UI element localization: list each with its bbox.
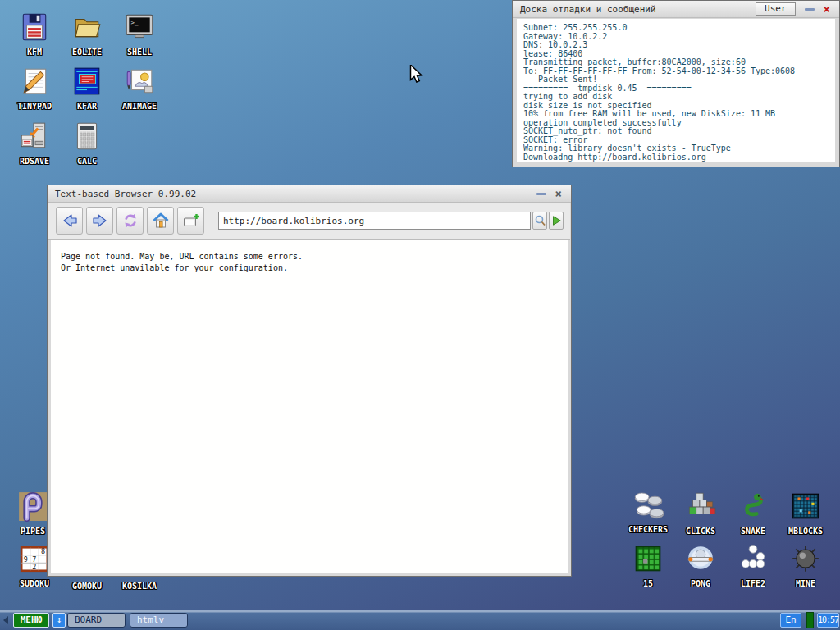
- desktop-icon-mblocks[interactable]: MBLOCKS: [779, 491, 832, 537]
- desktop-icon-gomoku[interactable]: GOMOKU: [61, 577, 113, 592]
- icon-label: PIPES: [21, 527, 45, 536]
- desktop-icon-snake[interactable]: SNAKE: [727, 491, 779, 537]
- icon-label: SUDOKU: [20, 579, 49, 588]
- desktop-icon-15[interactable]: 15: [622, 543, 674, 590]
- icon-label: SNAKE: [741, 527, 765, 536]
- desktop-icon-checkers[interactable]: CHECKERS: [622, 491, 674, 536]
- snake-icon: [737, 491, 769, 522]
- sudoku-grid-icon: 8 9 7 2: [19, 543, 50, 574]
- desktop-icon-mine[interactable]: MINE: [779, 543, 832, 590]
- minimize-button[interactable]: [805, 8, 815, 11]
- icon-label: 15: [643, 579, 653, 588]
- icon-label: KOSILKA: [122, 582, 157, 591]
- pong-icon: [685, 543, 716, 574]
- debug-board-window: Доска отладки и сообщений User × Subnet:…: [512, 0, 840, 167]
- desktop-icon-kfm[interactable]: KFM: [8, 11, 61, 58]
- blocks-icon: [685, 491, 716, 522]
- icon-label: ANIMAGE: [122, 102, 157, 111]
- menu-button[interactable]: МЕНЮ: [13, 613, 49, 628]
- page-message: Page not found. May be, URL contains som…: [51, 240, 568, 274]
- browser-window: Text-based Browser 0.99.02 ×: [47, 185, 572, 577]
- browser-window-controls: ×: [536, 189, 564, 199]
- taskbar-collapse-arrow-icon[interactable]: [3, 616, 8, 624]
- desktop-icon-pong[interactable]: PONG: [674, 543, 727, 590]
- refresh-icon: [121, 212, 139, 230]
- desktop-icon-tinypad[interactable]: TINYPAD: [8, 66, 61, 112]
- icon-label: CHECKERS: [628, 525, 668, 534]
- desktop-icon-kosilka[interactable]: KOSILKA: [113, 577, 166, 592]
- browser-window-titlebar[interactable]: Text-based Browser 0.99.02 ×: [48, 185, 571, 203]
- new-page-button[interactable]: [177, 207, 204, 235]
- close-button[interactable]: ×: [824, 4, 830, 14]
- mine-icon: [790, 543, 821, 574]
- icon-label: KFM: [27, 48, 42, 57]
- task-button-htmlv[interactable]: htmlv: [130, 613, 188, 628]
- forward-button[interactable]: [86, 207, 113, 235]
- url-input[interactable]: [218, 212, 531, 230]
- home-button[interactable]: [147, 207, 174, 235]
- paint-image-icon: [124, 66, 155, 97]
- cursor-arrow-icon: [409, 65, 424, 84]
- close-button[interactable]: ×: [555, 189, 562, 199]
- debug-window-titlebar[interactable]: Доска отладки и сообщений User ×: [513, 1, 839, 18]
- clock[interactable]: 10:57: [817, 613, 839, 628]
- browser-page-area: Page not found. May be, URL contains som…: [51, 240, 568, 573]
- fifteen-puzzle-icon: [632, 543, 664, 574]
- debug-window-controls: User ×: [756, 2, 832, 16]
- desktop-icon-calc[interactable]: CALC: [61, 121, 113, 167]
- icon-label: GOMOKU: [72, 582, 102, 591]
- folder-icon: [71, 11, 103, 43]
- svg-text:9: 9: [24, 555, 28, 564]
- icon-label: KFAR: [77, 102, 97, 111]
- back-button[interactable]: [56, 207, 83, 235]
- desktop-icon-eolite[interactable]: EOLITE: [61, 11, 113, 58]
- back-arrow-icon: [61, 212, 79, 230]
- life-glider-icon: [737, 543, 769, 574]
- debug-log-text: Subnet: 255.255.255.0 Gateway: 10.0.2.2 …: [517, 19, 835, 162]
- desktop-icon-kfar[interactable]: KFAR: [61, 66, 113, 112]
- mouse-cursor: [409, 65, 424, 88]
- browser-toolbar: [48, 203, 570, 240]
- forward-arrow-icon: [91, 212, 109, 230]
- icon-label: LIFE2: [741, 579, 765, 588]
- icon-label: CALC: [77, 157, 97, 166]
- desktop-icon-shell[interactable]: >_ SHELL: [113, 11, 166, 58]
- desktop-icon-animage[interactable]: ANIMAGE: [113, 66, 166, 112]
- go-button[interactable]: [549, 212, 564, 230]
- refresh-button[interactable]: [116, 207, 144, 235]
- pipes-icon: [17, 491, 48, 522]
- search-icon: [534, 214, 546, 227]
- debug-window-title: Доска отладки и сообщений: [520, 4, 656, 15]
- new-page-icon: [182, 212, 200, 230]
- svg-text:8: 8: [41, 547, 45, 555]
- go-arrow-icon: [550, 214, 562, 227]
- desktop-icon-life2[interactable]: LIFE2: [727, 543, 779, 590]
- cpu-load-indicator[interactable]: [806, 612, 814, 628]
- terminal-icon: >_: [124, 11, 155, 43]
- minimize-button[interactable]: [536, 193, 546, 195]
- checkers-icon: [631, 491, 665, 520]
- icon-label: RDSAVE: [20, 157, 49, 166]
- browser-window-title: Text-based Browser 0.99.02: [55, 189, 196, 199]
- icon-label: EOLITE: [72, 48, 102, 57]
- mblocks-icon: [790, 491, 821, 522]
- icon-label: MBLOCKS: [788, 527, 823, 536]
- debug-log-area: Subnet: 255.255.255.0 Gateway: 10.0.2.2 …: [517, 19, 835, 162]
- file-manager-icon: [71, 66, 103, 97]
- home-icon: [152, 212, 170, 230]
- floppy-icon: [19, 11, 50, 43]
- window-list-button[interactable]: ↕: [52, 613, 66, 628]
- icon-label: PONG: [691, 579, 710, 588]
- desktop: KFM EOLITE >_ SHELL TINYPAD: [0, 0, 840, 630]
- language-indicator[interactable]: En: [780, 613, 801, 628]
- task-button-board[interactable]: BOARD: [67, 613, 126, 628]
- calculator-icon: [71, 121, 103, 152]
- icon-label: SHELL: [127, 48, 152, 57]
- save-ramdisk-icon: [19, 121, 50, 152]
- search-button[interactable]: [532, 212, 547, 230]
- icon-label: TINYPAD: [17, 102, 52, 111]
- desktop-icon-rdsave[interactable]: RDSAVE: [8, 121, 61, 167]
- svg-text:2: 2: [32, 563, 36, 571]
- desktop-icon-clicks[interactable]: CLICKS: [674, 491, 727, 537]
- user-tab-button[interactable]: User: [756, 2, 796, 16]
